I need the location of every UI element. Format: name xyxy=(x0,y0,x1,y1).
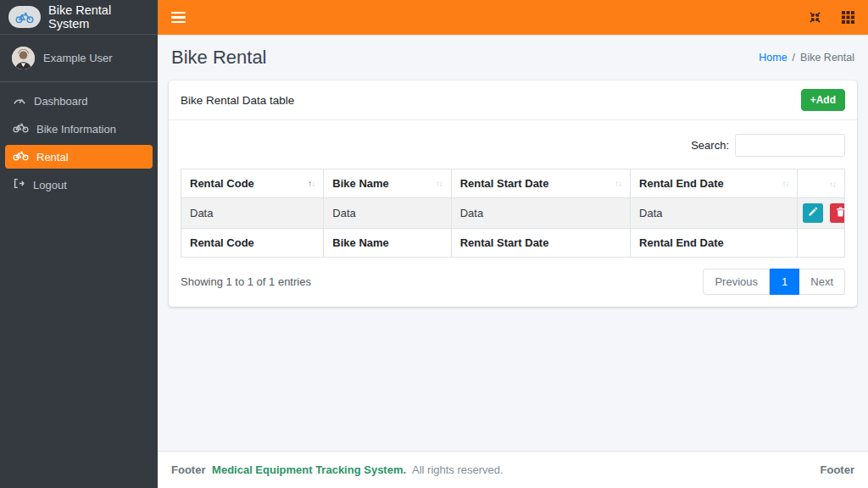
sidebar-item-label: Rental xyxy=(36,151,69,164)
column-header-actions[interactable]: ↑↓ xyxy=(798,169,845,198)
tachometer-icon xyxy=(13,95,26,108)
add-button[interactable]: +Add xyxy=(801,89,845,111)
previous-page-button[interactable]: Previous xyxy=(703,269,770,295)
breadcrumb: Home / Bike Rental xyxy=(759,52,854,64)
sidebar-item-logout[interactable]: Logout xyxy=(5,173,153,197)
next-page-button[interactable]: Next xyxy=(799,269,845,295)
rental-table: Rental Code ↑↓ Bike Name ↑↓ Rental Start… xyxy=(181,169,845,258)
fullscreen-compress-icon[interactable] xyxy=(809,11,821,24)
page-1-button[interactable]: 1 xyxy=(770,269,799,295)
column-header-rental-start-date[interactable]: Rental Start Date ↑↓ xyxy=(451,169,630,198)
footer-prefix: Footer xyxy=(171,463,205,476)
footer-system-link[interactable]: Medical Equipment Tracking System. xyxy=(212,463,406,476)
footer-column-actions xyxy=(798,229,845,258)
sign-out-icon xyxy=(13,178,25,191)
card-title: Bike Rental Data table xyxy=(181,94,294,107)
footer-left: Footer Medical Equipment Tracking System… xyxy=(171,463,504,476)
sidebar-item-label: Bike Information xyxy=(36,123,116,136)
footer-column-bike-name: Bike Name xyxy=(324,229,451,258)
footer-suffix: All rights reserved. xyxy=(412,463,504,476)
user-name: Example User xyxy=(43,52,113,64)
cell-rental-end-date: Data xyxy=(631,198,798,229)
delete-button[interactable] xyxy=(830,203,844,223)
menu-icon[interactable] xyxy=(171,12,186,24)
cell-rental-start-date: Data xyxy=(451,198,630,229)
bicycle-icon xyxy=(13,150,29,164)
pencil-icon xyxy=(808,207,818,219)
search-input[interactable] xyxy=(735,134,845,157)
sidebar-item-bike-information[interactable]: Bike Information xyxy=(5,117,153,141)
sort-icon: ↑↓ xyxy=(436,179,442,188)
sidebar-item-dashboard[interactable]: Dashboard xyxy=(5,90,153,113)
sort-icon: ↑↓ xyxy=(829,180,836,189)
page-footer: Footer Medical Equipment Tracking System… xyxy=(158,451,868,488)
trash-icon xyxy=(836,207,845,219)
sort-icon: ↑↓ xyxy=(782,179,788,188)
sidebar-item-rental[interactable]: Rental xyxy=(5,145,153,169)
pagination: Previous 1 Next xyxy=(703,269,845,295)
column-header-rental-code[interactable]: Rental Code ↑↓ xyxy=(181,169,324,198)
breadcrumb-separator: / xyxy=(793,52,795,64)
sort-icon: ↑↓ xyxy=(615,179,621,188)
table-row: Data Data Data Data xyxy=(181,198,845,229)
sidebar-item-label: Logout xyxy=(33,179,67,191)
footer-column-rental-code: Rental Code xyxy=(181,229,324,258)
bicycle-icon xyxy=(13,122,29,136)
cell-actions xyxy=(798,198,845,229)
top-navbar xyxy=(158,0,868,35)
cell-rental-code: Data xyxy=(181,198,324,229)
user-panel[interactable]: Example User xyxy=(0,35,158,82)
cell-bike-name: Data xyxy=(324,198,451,229)
brand-title: Bike Rental System xyxy=(48,3,149,30)
brand[interactable]: Bike Rental System xyxy=(0,0,158,35)
sidebar-item-label: Dashboard xyxy=(34,95,88,108)
breadcrumb-current: Bike Rental xyxy=(800,52,854,64)
sort-icon: ↑↓ xyxy=(308,179,314,188)
user-avatar xyxy=(12,47,35,69)
breadcrumb-home-link[interactable]: Home xyxy=(759,52,787,64)
column-header-rental-end-date[interactable]: Rental End Date ↑↓ xyxy=(631,169,798,198)
apps-grid-icon[interactable] xyxy=(842,11,854,24)
sidebar: Bike Rental System Example User Dashboar… xyxy=(0,0,158,488)
footer-column-rental-end-date: Rental End Date xyxy=(631,229,798,258)
search-label: Search: xyxy=(691,139,729,152)
content: Bike Rental Home / Bike Rental Bike Rent… xyxy=(158,35,868,451)
sidebar-nav: Dashboard Bike Information Rental xyxy=(0,82,158,204)
column-header-bike-name[interactable]: Bike Name ↑↓ xyxy=(324,169,451,198)
page-title: Bike Rental xyxy=(171,47,267,69)
footer-right: Footer xyxy=(821,463,854,476)
edit-button[interactable] xyxy=(803,203,823,223)
footer-column-rental-start-date: Rental Start Date xyxy=(451,229,630,258)
data-table-card: Bike Rental Data table +Add Search: Ren xyxy=(169,80,857,307)
bike-logo-icon xyxy=(8,6,41,28)
entries-info: Showing 1 to 1 of 1 entries xyxy=(181,275,311,288)
main-area: Bike Rental Home / Bike Rental Bike Rent… xyxy=(158,0,868,488)
